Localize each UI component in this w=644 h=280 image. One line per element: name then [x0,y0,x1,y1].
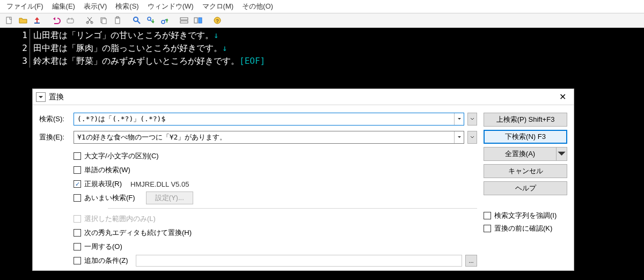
word-label: 単語の検索(W) [84,165,130,175]
replace-all-dropdown[interactable] [557,147,567,161]
tile-vertical-icon[interactable] [192,14,204,26]
undo-icon[interactable] [50,14,62,26]
chevron-down-icon[interactable] [454,131,464,143]
replace-history-button[interactable] [467,131,477,144]
replace-dialog: 置換 ✕ 検索(S): 置換(E): [32,89,574,271]
extra-cond-button[interactable]: ... [465,255,477,267]
menubar: ファイル(F) 編集(E) 表示(V) 検索(S) ウィンドウ(W) マクロ(M… [0,0,644,13]
search-label: 検索(S): [39,114,70,124]
save-icon[interactable] [31,14,43,26]
replace-label: 置換(E): [39,132,70,142]
open-file-icon[interactable] [17,14,29,26]
svg-rect-2 [67,19,74,23]
regex-checkbox[interactable] [74,180,81,188]
line-text: 田中君は「豚肉」の脂っこいところが好きです。 [33,43,222,53]
line-number: 2 [0,42,30,55]
fuzzy-checkbox[interactable] [74,194,81,202]
help-icon[interactable]: ? [211,14,223,26]
svg-rect-0 [6,17,11,24]
cancel-button[interactable]: キャンセル [484,164,567,178]
svg-rect-6 [102,19,106,24]
find-next-icon[interactable] [145,14,157,26]
editor-line: 3 鈴木君は「野菜」のみずみずしいところが好きです。[EOF] [0,55,644,68]
svg-text:?: ? [216,18,218,24]
menu-edit[interactable]: 編集(E) [48,0,79,13]
selection-only-checkbox [74,215,81,223]
find-down-button[interactable]: 下検索(N) F3 [484,130,567,144]
paste-icon[interactable] [112,14,123,26]
eof-mark: [EOF] [239,56,265,66]
wrap-checkbox[interactable] [74,243,81,250]
newline-mark: ↓ [214,30,219,40]
close-icon[interactable]: ✕ [554,92,570,102]
editor-line: 2 田中君は「豚肉」の脂っこいところが好きです。↓ [0,42,644,55]
next-hidemaru-label: 次の秀丸エディタも続けて置換(H) [84,228,192,238]
extra-cond-label: 追加の条件(Z) [84,256,128,266]
extra-cond-checkbox[interactable] [74,257,81,264]
line-text: 山田君は「リンゴ」の甘いところが好きです。 [33,30,214,40]
extra-cond-input[interactable] [136,255,462,267]
svg-rect-1 [34,23,40,24]
divider [108,208,477,209]
menu-search[interactable]: 検索(S) [111,0,143,13]
search-history-button[interactable] [467,113,477,126]
case-label: 大文字/小文字の区別(C) [84,151,159,161]
dialog-menu-dropdown[interactable] [36,92,46,102]
regex-dll-label: HMJRE.DLL V5.05 [130,180,189,188]
redo-icon[interactable] [64,14,76,26]
new-file-icon[interactable] [3,14,15,26]
selection-only-label: 選択した範囲内のみ(L) [84,214,156,224]
help-button[interactable]: ヘルプ [484,181,567,195]
confirm-checkbox[interactable] [484,225,491,232]
svg-rect-15 [199,18,202,23]
line-number: 3 [0,55,30,68]
dialog-titlebar[interactable]: 置換 ✕ [33,89,574,105]
menu-window[interactable]: ウィンドウ(W) [143,0,198,13]
cut-icon[interactable] [84,14,96,26]
toolbar: ? [0,13,644,28]
svg-point-9 [134,17,138,21]
svg-rect-8 [116,17,119,18]
replace-input[interactable] [74,131,454,143]
menu-macro[interactable]: マクロ(M) [198,0,238,13]
fuzzy-label: あいまい検索(F) [84,193,135,203]
next-hidemaru-checkbox[interactable] [74,229,81,237]
menu-view[interactable]: 表示(V) [79,0,111,13]
case-checkbox[interactable] [74,152,81,160]
newline-mark: ↓ [222,43,228,53]
confirm-label: 置換の前に確認(K) [494,224,552,233]
wrap-label: 一周する(O) [84,242,122,252]
regex-label: 正規表現(R) [84,179,122,189]
svg-rect-14 [194,18,197,23]
find-up-button[interactable]: 上検索(P) Shift+F3 [484,113,567,127]
menu-file[interactable]: ファイル(F) [2,0,48,13]
svg-rect-13 [180,21,188,23]
copy-icon[interactable] [98,14,109,26]
svg-rect-7 [115,18,120,24]
replace-combo[interactable] [74,131,464,144]
editor[interactable]: 1 山田君は「リンゴ」の甘いところが好きです。↓ 2 田中君は「豚肉」の脂っこい… [0,28,644,68]
highlight-label: 検索文字列を強調(I) [494,211,557,220]
tile-horizontal-icon[interactable] [178,14,190,26]
word-checkbox[interactable] [74,166,81,174]
find-prev-icon[interactable] [159,14,171,26]
fuzzy-settings-button: 設定(Y)... [146,191,193,204]
search-combo[interactable] [74,113,464,126]
line-text: 鈴木君は「野菜」のみずみずしいところが好きです。 [33,56,239,66]
replace-all-button[interactable]: 全置換(A) [484,147,557,161]
find-icon[interactable] [131,14,143,26]
menu-other[interactable]: その他(O) [238,0,277,13]
highlight-checkbox[interactable] [484,212,491,219]
svg-rect-12 [180,18,188,20]
line-number: 1 [0,29,30,42]
search-input[interactable] [74,113,454,125]
dialog-title: 置換 [49,92,554,102]
editor-line: 1 山田君は「リンゴ」の甘いところが好きです。↓ [0,29,644,42]
chevron-down-icon[interactable] [454,113,464,125]
